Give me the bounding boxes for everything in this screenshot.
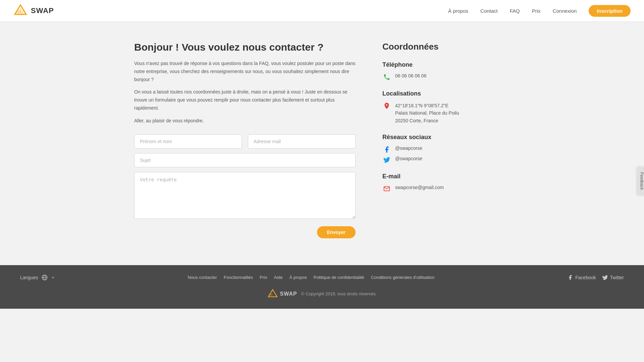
twitter-item[interactable]: @swapcorse <box>382 156 483 164</box>
inscription-button[interactable]: Inscription <box>589 5 631 17</box>
nav-faq[interactable]: FAQ <box>510 8 520 14</box>
facebook-item[interactable]: @swapcorse <box>382 145 483 153</box>
facebook-svg <box>383 146 390 153</box>
footer-link-confidentialite[interactable]: Politique de confidentialité <box>314 275 364 280</box>
name-input[interactable] <box>134 134 242 148</box>
coords-section: Coordonnées Téléphone 06 06 06 06 06 Loc… <box>382 42 483 238</box>
footer-twitter-label: Twitter <box>610 275 624 280</box>
footer-twitter-icon <box>602 275 608 281</box>
footer-logo-text: SWAP <box>280 291 297 297</box>
location-svg <box>383 102 390 110</box>
twitter-handle[interactable]: @swapcorse <box>395 156 422 161</box>
email-group: E-mail swapcorse@gmail.com <box>382 173 483 192</box>
footer-link-conditions[interactable]: Conditions générales d'utilisation <box>371 275 435 280</box>
footer-logo-icon: </> <box>267 289 278 299</box>
footer-twitter-link[interactable]: Twitter <box>602 275 624 281</box>
nav-a-propos[interactable]: À propos <box>448 8 468 14</box>
footer-facebook-link[interactable]: Facebook <box>567 275 596 281</box>
footer-bottom: </> SWAP © Copyright 2018, tous droits r… <box>20 289 624 299</box>
nav-contact[interactable]: Contact <box>480 8 498 14</box>
footer-facebook-icon <box>567 275 573 281</box>
location-item: 42°18'18.1"N 9°08'57.2"E Palais National… <box>382 102 483 124</box>
footer: Langues Nous contacter Fonctionnalités P… <box>0 265 644 309</box>
social-group: Réseaux sociaux @swapcorse @swapcorse <box>382 134 483 164</box>
twitter-icon <box>382 156 391 164</box>
facebook-icon <box>382 146 391 153</box>
location-title: Localisations <box>382 90 483 97</box>
footer-link-apropos[interactable]: À propos <box>289 275 307 280</box>
form-submit-row: Envoyer <box>134 226 356 238</box>
footer-link-contact[interactable]: Nous contacter <box>187 275 217 280</box>
phone-icon <box>382 73 391 81</box>
form-paragraph2: On vous a laissé toutes nos coordonnées … <box>134 88 356 112</box>
social-title: Réseaux sociaux <box>382 134 483 141</box>
nav-links: À propos Contact FAQ Prix Connexion Insc… <box>448 5 631 17</box>
footer-logo: </> SWAP <box>267 289 297 299</box>
email-input[interactable] <box>248 134 356 148</box>
phone-group: Téléphone 06 06 06 06 06 <box>382 61 483 81</box>
logo-icon: </> <box>13 4 28 18</box>
feedback-tab[interactable]: Feedback <box>638 167 644 195</box>
footer-link-fonctionnalites[interactable]: Fonctionnalités <box>224 275 253 280</box>
submit-button[interactable]: Envoyer <box>317 226 356 238</box>
nav-prix[interactable]: Prix <box>532 8 541 14</box>
form-paragraph3: Aller, au plaisir de vous répondre. <box>134 117 356 125</box>
phone-item: 06 06 06 06 06 <box>382 73 483 81</box>
logo[interactable]: </> SWAP <box>13 4 54 18</box>
email-address[interactable]: swapcorse@gmail.com <box>395 185 444 190</box>
footer-link-prix[interactable]: Prix <box>260 275 267 280</box>
footer-social: Facebook Twitter <box>567 275 624 281</box>
main-content: Bonjour ! Vous voulez nous contacter ? V… <box>121 42 523 238</box>
phone-title: Téléphone <box>382 61 483 68</box>
location-group: Localisations 42°18'18.1"N 9°08'57.2"E P… <box>382 90 483 124</box>
svg-text:</>: </> <box>16 10 21 13</box>
form-paragraph1: Vous n'avez pas trouvé de réponse à vos … <box>134 60 356 83</box>
coords-title: Coordonnées <box>382 42 483 52</box>
gmail-svg <box>383 185 390 192</box>
footer-facebook-label: Facebook <box>575 275 596 280</box>
footer-top: Langues Nous contacter Fonctionnalités P… <box>20 275 624 281</box>
twitter-svg <box>383 156 390 164</box>
location-address2: 20250 Corte, France <box>395 117 459 124</box>
email-title: E-mail <box>382 173 483 180</box>
location-coords: 42°18'18.1"N 9°08'57.2"E <box>395 102 459 109</box>
form-row-name-email <box>134 134 356 148</box>
form-section: Bonjour ! Vous voulez nous contacter ? V… <box>134 42 356 238</box>
chevron-down-icon <box>51 276 55 280</box>
subject-input[interactable] <box>134 153 356 167</box>
footer-link-aide[interactable]: Aide <box>274 275 283 280</box>
navbar: </> SWAP À propos Contact FAQ Prix Conne… <box>0 0 644 21</box>
phone-number: 06 06 06 06 06 <box>395 73 426 78</box>
email-item[interactable]: swapcorse@gmail.com <box>382 185 483 192</box>
nav-connexion[interactable]: Connexion <box>553 8 577 14</box>
footer-languages[interactable]: Langues <box>20 275 55 281</box>
location-address1: Palais National, Place du Poilu <box>395 109 459 117</box>
gmail-icon <box>382 185 391 192</box>
footer-copyright: © Copyright 2018, tous droits réservés. <box>301 291 377 296</box>
footer-links: Nous contacter Fonctionnalités Prix Aide… <box>187 275 434 280</box>
facebook-handle[interactable]: @swapcorse <box>395 145 422 151</box>
globe-icon <box>42 275 48 281</box>
languages-label: Langues <box>20 275 38 280</box>
location-icon <box>382 102 391 110</box>
location-text: 42°18'18.1"N 9°08'57.2"E Palais National… <box>395 102 459 124</box>
form-title: Bonjour ! Vous voulez nous contacter ? <box>134 42 356 53</box>
phone-svg <box>383 73 390 81</box>
svg-text:</>: </> <box>269 293 273 296</box>
message-textarea[interactable] <box>134 172 356 219</box>
